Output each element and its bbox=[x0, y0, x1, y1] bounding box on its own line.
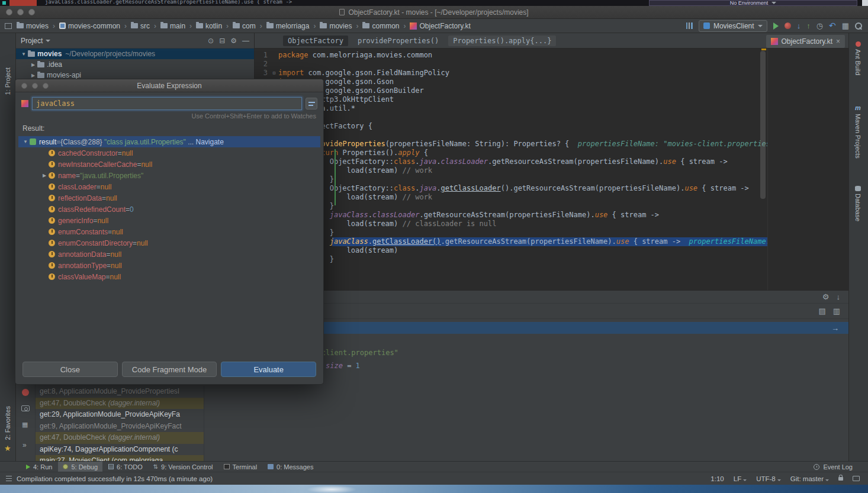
project-tree-item-movies[interactable]: ▼movies~/Developer/projects/movies bbox=[16, 49, 254, 59]
more-chevrons-icon[interactable]: » bbox=[22, 441, 27, 449]
code-line-6[interactable]: 6import okhttp3.OkHttpClient bbox=[255, 95, 767, 104]
stripe-favorites-button[interactable]: 2: Favorites bbox=[4, 406, 11, 440]
revert-icon[interactable]: ↶ bbox=[829, 22, 836, 30]
breadcrumb-main[interactable]: main bbox=[159, 21, 187, 31]
mute-breakpoints-icon[interactable] bbox=[22, 389, 29, 396]
code-line-16[interactable]: 16 ObjectFactory::class.java.getClassLoa… bbox=[255, 184, 767, 193]
local-changes-icon[interactable] bbox=[686, 22, 693, 29]
caret-position-widget[interactable]: 1:10 bbox=[711, 475, 724, 482]
stack-frame[interactable]: apiKey:74, DaggerApplicationComponent (c bbox=[36, 444, 204, 456]
toolwindow-button-5-debug[interactable]: 5: Debug bbox=[58, 462, 102, 472]
stack-frame[interactable]: get:47, DoubleCheck (dagger.internal) bbox=[36, 432, 204, 444]
code-line-3[interactable]: 3⊟import com.google.gson.FieldNamingPoli… bbox=[255, 69, 767, 78]
field-row-cachedconstructor[interactable]: cachedConstructor = null bbox=[15, 147, 323, 159]
stack-frame[interactable]: get:8, ApplicationModule_ProvideProperti… bbox=[36, 386, 204, 398]
line-ending-widget[interactable]: LF bbox=[734, 475, 747, 482]
stack-frame[interactable]: get:47, DoubleCheck (dagger.internal) bbox=[36, 398, 204, 410]
code-line-12[interactable]: 12 return Properties().apply { bbox=[255, 149, 767, 157]
fold-marker[interactable]: ⊟ bbox=[270, 69, 278, 78]
editor-breadcrumb-2[interactable]: Properties().apply{...} bbox=[448, 36, 556, 46]
vcs-update-icon[interactable]: ↓ bbox=[797, 22, 801, 30]
editor-scrollbar[interactable] bbox=[760, 51, 766, 199]
toolwindow-button-terminal[interactable]: Terminal bbox=[219, 462, 262, 472]
code-line-18[interactable]: 18 } bbox=[255, 202, 767, 211]
expand-editor-button[interactable] bbox=[306, 98, 317, 109]
code-line-2[interactable]: 2 bbox=[255, 60, 767, 69]
code-line-24[interactable]: 24 } bbox=[255, 255, 767, 264]
field-row-reflectiondata[interactable]: reflectionData = null bbox=[15, 192, 323, 204]
code-line-9[interactable]: 9object ObjectFactory { bbox=[255, 122, 767, 131]
code-line-10[interactable]: 10 bbox=[255, 131, 767, 140]
code-line-8[interactable]: 8 bbox=[255, 113, 767, 122]
code-line-4[interactable]: 4import com.google.gson.Gson bbox=[255, 78, 767, 86]
lock-icon[interactable] bbox=[838, 477, 843, 481]
field-row-genericinfo[interactable]: genericInfo = null bbox=[15, 215, 323, 226]
field-row-classloader[interactable]: classLoader = null bbox=[15, 181, 323, 192]
zoom-window-button[interactable] bbox=[28, 9, 35, 15]
toolwindow-button-9-version-control[interactable]: ⇅9: Version Control bbox=[149, 462, 218, 472]
breadcrumb-movies[interactable]: movies bbox=[15, 21, 50, 31]
collapse-all-icon[interactable]: ⊟ bbox=[219, 37, 225, 45]
code-editor[interactable]: 1package com.melorriaga.movies.common23⊟… bbox=[255, 49, 767, 290]
code-line-21[interactable]: 21 } bbox=[255, 228, 767, 237]
stripe-database-button[interactable]: Database bbox=[854, 186, 861, 221]
project-header-title[interactable]: Project bbox=[21, 37, 50, 45]
field-row-enumconstantdirectory[interactable]: enumConstantDirectory = null bbox=[15, 237, 323, 249]
code-line-7[interactable]: 7import java.util.* bbox=[255, 104, 767, 113]
collapse-icon[interactable]: ↓ bbox=[837, 292, 841, 301]
close-window-button[interactable] bbox=[6, 9, 12, 15]
editor-breadcrumb-0[interactable]: ObjectFactory bbox=[283, 36, 348, 46]
encoding-widget[interactable]: UTF-8 bbox=[756, 475, 781, 482]
expander-icon[interactable]: ▼ bbox=[20, 51, 28, 57]
toolwindow-button-6-todo[interactable]: 6: TODO bbox=[104, 462, 147, 472]
code-line-1[interactable]: 1package com.melorriaga.movies.common bbox=[255, 51, 767, 60]
breadcrumb-src[interactable]: src bbox=[130, 21, 151, 31]
code-fragment-mode-button[interactable]: Code Fragment Mode bbox=[122, 362, 217, 377]
code-line-15[interactable]: 15 } bbox=[255, 175, 767, 184]
stripe-maven-projects-button[interactable]: mMaven Projects bbox=[854, 104, 861, 159]
dialog-zoom-button[interactable] bbox=[43, 83, 49, 89]
run-configuration-select[interactable]: MoviesClient bbox=[699, 20, 767, 32]
stack-frame[interactable]: get:9, ApplicationModule_ProvideApiKeyFa… bbox=[36, 421, 204, 433]
expression-input[interactable]: javaClass bbox=[32, 97, 302, 110]
git-branch-widget[interactable]: Git: master bbox=[790, 475, 829, 482]
expander-icon[interactable]: ▶ bbox=[29, 73, 37, 78]
breadcrumb-objectfactory-kt[interactable]: ObjectFactory.kt bbox=[409, 21, 471, 31]
field-row-newinstancecallercache[interactable]: newInstanceCallerCache = null bbox=[15, 159, 323, 170]
variable-row[interactable]: size = 1 bbox=[326, 362, 360, 370]
history-icon[interactable]: ◷ bbox=[816, 22, 823, 30]
expander-icon[interactable]: ▼ bbox=[21, 139, 30, 144]
vcs-commit-icon[interactable]: ↑ bbox=[806, 22, 811, 30]
breadcrumb-melorriaga[interactable]: melorriaga bbox=[265, 21, 311, 31]
code-line-23[interactable]: 23 load(stream) bbox=[255, 246, 767, 255]
field-row-classvaluemap[interactable]: classValueMap = null bbox=[15, 271, 323, 282]
field-row-annotationtype[interactable]: annotationType = null bbox=[15, 260, 323, 271]
gear-icon[interactable]: ⚙ bbox=[822, 292, 830, 301]
toolwindow-button-0-messages[interactable]: 0: Messages bbox=[263, 462, 318, 472]
breadcrumb-movies-common[interactable]: movies-common bbox=[58, 21, 121, 31]
dialog-close-button[interactable] bbox=[21, 83, 27, 89]
stripe-project-button[interactable]: 1: Project bbox=[4, 67, 11, 95]
locate-icon[interactable]: ⊙ bbox=[208, 37, 214, 45]
code-line-11[interactable]: 11 fun provideProperties(propertiesFileN… bbox=[255, 140, 767, 149]
breadcrumb-movies[interactable]: movies bbox=[319, 21, 353, 31]
code-line-14[interactable]: 14 load(stream) // work bbox=[255, 166, 767, 175]
field-row-name[interactable]: ▶name = "java.util.Properties" bbox=[15, 170, 323, 181]
stripe-ant-build-button[interactable]: Ant Build bbox=[854, 41, 861, 75]
minimize-window-button[interactable] bbox=[17, 9, 24, 15]
dialog-minimize-button[interactable] bbox=[32, 83, 38, 89]
pin-icon[interactable]: ▥ bbox=[833, 307, 840, 315]
run-button[interactable] bbox=[773, 22, 779, 30]
dialog-titlebar[interactable]: Evaluate Expression bbox=[15, 79, 323, 92]
evaluate-button[interactable]: Evaluate bbox=[221, 362, 316, 377]
indicator-icon[interactable] bbox=[853, 476, 860, 481]
debug-button[interactable] bbox=[785, 22, 791, 29]
close-button[interactable]: Close bbox=[22, 362, 118, 377]
result-row[interactable]: ▼result = {Class@288} "class java.util.P… bbox=[18, 136, 320, 147]
environment-dropdown[interactable]: No Environment bbox=[649, 0, 857, 6]
editor-tab[interactable]: ObjectFactory.kt × bbox=[766, 35, 845, 48]
gear-icon[interactable]: ⚙ bbox=[230, 37, 237, 45]
editor-breadcrumb-1[interactable]: provideProperties() bbox=[353, 36, 443, 46]
toolwindow-switcher-icon[interactable] bbox=[6, 476, 12, 482]
event-log-button[interactable]: Event Log bbox=[814, 463, 868, 471]
